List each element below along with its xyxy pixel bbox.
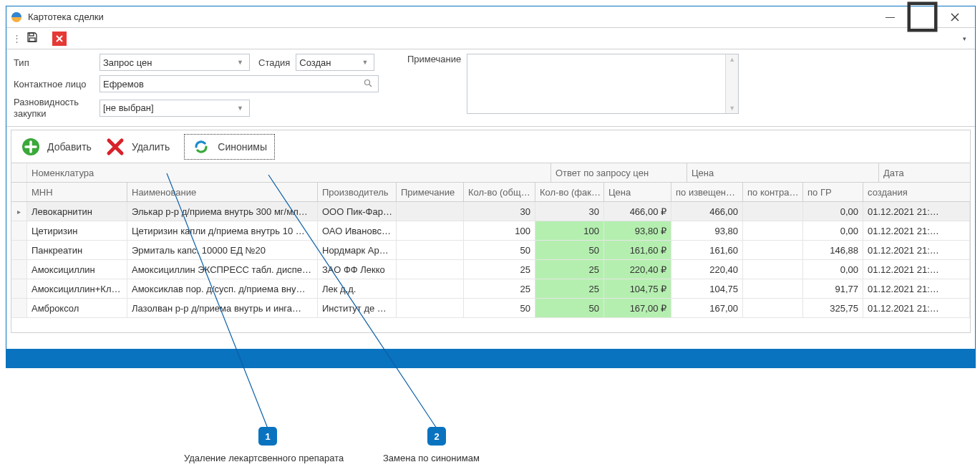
table-row[interactable]: АмоксициллинАмоксициллин ЭКСПРЕСС табл. … — [11, 260, 970, 279]
svg-rect-2 — [29, 33, 34, 36]
cell-qfact: 50 — [535, 299, 604, 317]
grid-body: ▸ЛевокарнитинЭлькар р-р д/приема внутрь … — [11, 202, 970, 318]
cell-p2 — [743, 202, 803, 221]
svg-point-4 — [365, 80, 370, 85]
header-note[interactable]: Примечание — [397, 183, 464, 201]
cell-prod: Нордмарк Ар… — [318, 241, 397, 259]
search-icon[interactable] — [361, 79, 375, 90]
grid-footer — [11, 318, 970, 332]
header-qtot[interactable]: Кол-во (общ… — [464, 183, 535, 201]
column-header-row: МНН Наименование Производитель Примечани… — [11, 183, 970, 202]
cell-price: 466,00 ₽ — [604, 202, 671, 221]
variety-label: Разновидность закупки — [14, 97, 100, 119]
cell-qfact: 25 — [535, 279, 604, 298]
minimize-button[interactable]: — — [874, 7, 906, 27]
plus-icon — [21, 138, 40, 156]
x-icon — [106, 138, 125, 156]
cell-qtot: 100 — [464, 221, 535, 240]
cell-date: 01.12.2021 21:… — [863, 221, 970, 240]
cell-p3: 0,00 — [803, 260, 863, 279]
cell-qfact: 100 — [535, 221, 604, 240]
type-label: Тип — [14, 57, 100, 68]
synonyms-button[interactable]: Синонимы — [184, 134, 275, 160]
cell-qtot: 50 — [464, 299, 535, 317]
header-qfact[interactable]: Кол-во (фак… — [535, 183, 604, 201]
close-button[interactable] — [938, 7, 971, 27]
cell-p1: 466,00 — [671, 202, 743, 221]
header-p2[interactable]: по контра… — [743, 183, 803, 201]
cell-p2 — [743, 260, 803, 279]
cell-note — [397, 299, 464, 317]
row-indicator — [11, 260, 27, 279]
header-prod[interactable]: Производитель — [318, 183, 397, 201]
table-row[interactable]: АмброксолЛазолван р-р д/приема внутрь и … — [11, 299, 970, 318]
note-value — [467, 54, 725, 113]
cell-mnn: Цетиризин — [27, 221, 127, 240]
form-area: Тип Запрос цен ▼ Стадия Создан ▼ Контакт… — [6, 49, 975, 127]
row-indicator — [11, 299, 27, 317]
contact-person-field[interactable]: Ефремов — [100, 75, 379, 92]
grid-toolbar: Добавить Удалить Синонимы — [11, 130, 971, 163]
stage-combo[interactable]: Создан ▼ — [296, 54, 374, 71]
cell-p3: 0,00 — [803, 202, 863, 221]
header-mnn[interactable]: МНН — [27, 183, 127, 201]
table-row[interactable]: ЦетиризинЦетиризин капли д/приема внутрь… — [11, 221, 970, 241]
add-button[interactable]: Добавить — [21, 138, 92, 156]
cell-note — [397, 202, 464, 221]
header-p1[interactable]: по извещен… — [671, 183, 743, 201]
cell-p1: 104,75 — [671, 279, 743, 298]
row-indicator: ▸ — [11, 202, 27, 221]
type-combo[interactable]: Запрос цен ▼ — [100, 54, 250, 71]
note-textarea[interactable]: ▲▼ — [467, 54, 739, 114]
cell-date: 01.12.2021 21:… — [863, 279, 970, 298]
cell-mnn: Амброксол — [27, 299, 127, 317]
cell-note — [397, 221, 464, 240]
header-group-answer[interactable]: Ответ по запросу цен — [551, 163, 687, 182]
contact-value: Ефремов — [103, 79, 144, 90]
variety-value: [не выбран] — [103, 102, 154, 113]
maximize-button[interactable] — [906, 7, 938, 27]
stage-value: Создан — [299, 57, 331, 68]
cell-name: Амоксициллин ЭКСПРЕСС табл. диспе… — [127, 260, 318, 279]
cell-note — [397, 260, 464, 279]
header-price[interactable]: Цена — [604, 183, 671, 201]
table-row[interactable]: ▸ЛевокарнитинЭлькар р-р д/приема внутрь … — [11, 202, 970, 221]
header-p3[interactable]: по ГР — [803, 183, 863, 201]
header-group-date[interactable]: Дата — [879, 163, 970, 182]
cell-qtot: 25 — [464, 279, 535, 298]
cell-date: 01.12.2021 21:… — [863, 241, 970, 259]
header-group-nomenclature[interactable]: Номенклатура — [27, 163, 551, 182]
header-group-price[interactable]: Цена — [687, 163, 879, 182]
header-name[interactable]: Наименование — [127, 183, 318, 201]
titlebar: Картотека сделки — — [6, 6, 975, 28]
cell-date: 01.12.2021 21:… — [863, 260, 970, 279]
chevron-down-icon: ▼ — [234, 59, 246, 66]
delete-button[interactable]: Удалить — [106, 138, 170, 156]
toolbar-overflow-button[interactable]: ▾ — [959, 35, 969, 42]
callout-badge-1: 1 — [258, 427, 277, 446]
header-date[interactable]: создания — [863, 183, 970, 201]
close-red-button[interactable] — [52, 32, 67, 46]
cell-p1: 93,80 — [671, 221, 743, 240]
scrollbar[interactable]: ▲▼ — [725, 54, 738, 113]
cell-price: 167,00 ₽ — [604, 299, 671, 317]
purchase-variety-combo[interactable]: [не выбран] ▼ — [100, 100, 250, 117]
cell-mnn: Амоксициллин+Кл… — [27, 279, 127, 298]
cell-qtot: 25 — [464, 260, 535, 279]
items-grid: Номенклатура Ответ по запросу цен Цена Д… — [11, 163, 971, 333]
cell-qtot: 50 — [464, 241, 535, 259]
status-bar — [6, 349, 975, 367]
cell-name: Цетиризин капли д/приема внутрь 10 … — [127, 221, 318, 240]
table-row[interactable]: Амоксициллин+Кл…Амоксиклав пор. д/сусп. … — [11, 279, 970, 299]
cell-name: Лазолван р-р д/приема внутрь и инга… — [127, 299, 318, 317]
svg-rect-3 — [29, 38, 35, 42]
cell-price: 93,80 ₽ — [604, 221, 671, 240]
cell-mnn: Левокарнитин — [27, 202, 127, 221]
cell-prod: Институт де … — [318, 299, 397, 317]
row-indicator — [11, 279, 27, 298]
cell-p3: 325,75 — [803, 299, 863, 317]
cell-p3: 146,88 — [803, 241, 863, 259]
save-button[interactable] — [26, 32, 38, 45]
table-row[interactable]: ПанкреатинЭрмиталь капс. 10000 ЕД №20Нор… — [11, 241, 970, 260]
cell-mnn: Амоксициллин — [27, 260, 127, 279]
